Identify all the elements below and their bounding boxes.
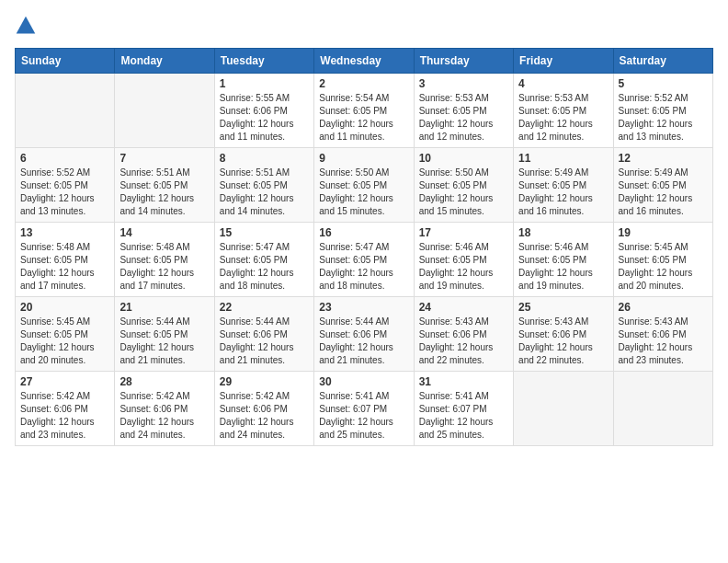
calendar-cell: 12Sunrise: 5:49 AM Sunset: 6:05 PM Dayli… <box>613 148 712 223</box>
day-info: Sunrise: 5:54 AM Sunset: 6:05 PM Dayligh… <box>319 92 408 144</box>
calendar-cell: 11Sunrise: 5:49 AM Sunset: 6:05 PM Dayli… <box>514 148 613 223</box>
calendar-cell: 20Sunrise: 5:45 AM Sunset: 6:05 PM Dayli… <box>16 297 115 372</box>
calendar-cell: 18Sunrise: 5:46 AM Sunset: 6:05 PM Dayli… <box>514 223 613 297</box>
day-number: 18 <box>518 226 608 239</box>
day-info: Sunrise: 5:43 AM Sunset: 6:06 PM Dayligh… <box>619 316 708 367</box>
day-info: Sunrise: 5:47 AM Sunset: 6:05 PM Dayligh… <box>319 241 408 293</box>
day-info: Sunrise: 5:47 AM Sunset: 6:05 PM Dayligh… <box>220 241 309 293</box>
calendar-week-row: 13Sunrise: 5:48 AM Sunset: 6:05 PM Dayli… <box>16 223 713 297</box>
calendar-cell: 2Sunrise: 5:54 AM Sunset: 6:05 PM Daylig… <box>314 74 414 148</box>
calendar-cell: 26Sunrise: 5:43 AM Sunset: 6:06 PM Dayli… <box>613 297 712 372</box>
weekday-header: Thursday <box>414 49 513 74</box>
day-info: Sunrise: 5:43 AM Sunset: 6:06 PM Dayligh… <box>518 316 608 367</box>
calendar-week-row: 27Sunrise: 5:42 AM Sunset: 6:06 PM Dayli… <box>16 372 713 446</box>
weekday-header: Sunday <box>16 49 115 74</box>
day-info: Sunrise: 5:44 AM Sunset: 6:06 PM Dayligh… <box>319 316 408 367</box>
day-number: 3 <box>419 77 508 90</box>
calendar-week-row: 1Sunrise: 5:55 AM Sunset: 6:06 PM Daylig… <box>16 74 713 148</box>
day-info: Sunrise: 5:48 AM Sunset: 6:05 PM Dayligh… <box>119 241 209 293</box>
day-info: Sunrise: 5:42 AM Sunset: 6:06 PM Dayligh… <box>119 390 209 442</box>
calendar-cell: 7Sunrise: 5:51 AM Sunset: 6:05 PM Daylig… <box>115 148 214 223</box>
day-info: Sunrise: 5:46 AM Sunset: 6:05 PM Dayligh… <box>518 241 608 293</box>
calendar-cell <box>613 372 712 446</box>
day-info: Sunrise: 5:55 AM Sunset: 6:06 PM Dayligh… <box>220 92 309 144</box>
weekday-header: Friday <box>514 49 613 74</box>
calendar-cell <box>514 372 613 446</box>
logo <box>15 15 40 37</box>
day-info: Sunrise: 5:50 AM Sunset: 6:05 PM Dayligh… <box>319 167 408 218</box>
calendar-cell: 4Sunrise: 5:53 AM Sunset: 6:05 PM Daylig… <box>514 74 613 148</box>
weekday-header: Wednesday <box>314 49 414 74</box>
day-info: Sunrise: 5:41 AM Sunset: 6:07 PM Dayligh… <box>319 390 408 442</box>
day-number: 23 <box>319 301 408 314</box>
calendar-cell: 27Sunrise: 5:42 AM Sunset: 6:06 PM Dayli… <box>16 372 115 446</box>
calendar-cell: 15Sunrise: 5:47 AM Sunset: 6:05 PM Dayli… <box>214 223 313 297</box>
day-number: 14 <box>119 226 209 239</box>
calendar-cell: 24Sunrise: 5:43 AM Sunset: 6:06 PM Dayli… <box>414 297 513 372</box>
day-info: Sunrise: 5:45 AM Sunset: 6:05 PM Dayligh… <box>619 241 708 293</box>
calendar-cell: 31Sunrise: 5:41 AM Sunset: 6:07 PM Dayli… <box>414 372 513 446</box>
weekday-header: Monday <box>115 49 214 74</box>
day-number: 25 <box>518 301 608 314</box>
day-info: Sunrise: 5:45 AM Sunset: 6:05 PM Dayligh… <box>20 316 109 367</box>
day-number: 10 <box>419 152 508 165</box>
calendar-cell <box>115 74 214 148</box>
day-info: Sunrise: 5:49 AM Sunset: 6:05 PM Dayligh… <box>619 167 708 218</box>
calendar-cell: 8Sunrise: 5:51 AM Sunset: 6:05 PM Daylig… <box>214 148 313 223</box>
day-info: Sunrise: 5:52 AM Sunset: 6:05 PM Dayligh… <box>619 92 708 144</box>
day-info: Sunrise: 5:44 AM Sunset: 6:06 PM Dayligh… <box>220 316 309 367</box>
day-number: 8 <box>220 152 309 165</box>
calendar-cell: 19Sunrise: 5:45 AM Sunset: 6:05 PM Dayli… <box>613 223 712 297</box>
calendar-cell: 25Sunrise: 5:43 AM Sunset: 6:06 PM Dayli… <box>514 297 613 372</box>
calendar-cell: 9Sunrise: 5:50 AM Sunset: 6:05 PM Daylig… <box>314 148 414 223</box>
day-number: 19 <box>619 226 708 239</box>
calendar-cell <box>16 74 115 148</box>
day-number: 21 <box>119 301 209 314</box>
calendar-cell: 13Sunrise: 5:48 AM Sunset: 6:05 PM Dayli… <box>16 223 115 297</box>
day-number: 1 <box>220 77 309 90</box>
day-info: Sunrise: 5:50 AM Sunset: 6:05 PM Dayligh… <box>419 167 508 218</box>
day-info: Sunrise: 5:41 AM Sunset: 6:07 PM Dayligh… <box>419 390 508 442</box>
calendar-cell: 6Sunrise: 5:52 AM Sunset: 6:05 PM Daylig… <box>16 148 115 223</box>
day-info: Sunrise: 5:42 AM Sunset: 6:06 PM Dayligh… <box>20 390 109 442</box>
day-number: 9 <box>319 152 408 165</box>
calendar-cell: 22Sunrise: 5:44 AM Sunset: 6:06 PM Dayli… <box>214 297 313 372</box>
calendar-cell: 30Sunrise: 5:41 AM Sunset: 6:07 PM Dayli… <box>314 372 414 446</box>
day-number: 24 <box>419 301 508 314</box>
day-number: 28 <box>119 375 209 388</box>
day-info: Sunrise: 5:48 AM Sunset: 6:05 PM Dayligh… <box>20 241 109 293</box>
day-number: 11 <box>518 152 608 165</box>
day-info: Sunrise: 5:52 AM Sunset: 6:05 PM Dayligh… <box>20 167 109 218</box>
day-info: Sunrise: 5:51 AM Sunset: 6:05 PM Dayligh… <box>220 167 309 218</box>
day-number: 5 <box>619 77 708 90</box>
day-number: 15 <box>220 226 309 239</box>
day-number: 16 <box>319 226 408 239</box>
day-number: 20 <box>20 301 109 314</box>
svg-marker-0 <box>17 17 36 34</box>
day-number: 7 <box>119 152 209 165</box>
calendar-cell: 1Sunrise: 5:55 AM Sunset: 6:06 PM Daylig… <box>214 74 313 148</box>
day-number: 12 <box>619 152 708 165</box>
calendar-cell: 28Sunrise: 5:42 AM Sunset: 6:06 PM Dayli… <box>115 372 214 446</box>
calendar-cell: 23Sunrise: 5:44 AM Sunset: 6:06 PM Dayli… <box>314 297 414 372</box>
calendar-cell: 14Sunrise: 5:48 AM Sunset: 6:05 PM Dayli… <box>115 223 214 297</box>
calendar-week-row: 20Sunrise: 5:45 AM Sunset: 6:05 PM Dayli… <box>16 297 713 372</box>
calendar-header-row: SundayMondayTuesdayWednesdayThursdayFrid… <box>16 49 713 74</box>
day-number: 27 <box>20 375 109 388</box>
calendar-cell: 10Sunrise: 5:50 AM Sunset: 6:05 PM Dayli… <box>414 148 513 223</box>
calendar-cell: 16Sunrise: 5:47 AM Sunset: 6:05 PM Dayli… <box>314 223 414 297</box>
page-header <box>15 15 713 37</box>
calendar-cell: 5Sunrise: 5:52 AM Sunset: 6:05 PM Daylig… <box>613 74 712 148</box>
day-number: 29 <box>220 375 309 388</box>
day-info: Sunrise: 5:43 AM Sunset: 6:06 PM Dayligh… <box>419 316 508 367</box>
day-info: Sunrise: 5:51 AM Sunset: 6:05 PM Dayligh… <box>119 167 209 218</box>
logo-icon <box>15 15 37 37</box>
calendar-week-row: 6Sunrise: 5:52 AM Sunset: 6:05 PM Daylig… <box>16 148 713 223</box>
day-info: Sunrise: 5:53 AM Sunset: 6:05 PM Dayligh… <box>419 92 508 144</box>
day-number: 4 <box>518 77 608 90</box>
calendar-cell: 21Sunrise: 5:44 AM Sunset: 6:05 PM Dayli… <box>115 297 214 372</box>
day-info: Sunrise: 5:42 AM Sunset: 6:06 PM Dayligh… <box>220 390 309 442</box>
day-info: Sunrise: 5:46 AM Sunset: 6:05 PM Dayligh… <box>419 241 508 293</box>
calendar-cell: 3Sunrise: 5:53 AM Sunset: 6:05 PM Daylig… <box>414 74 513 148</box>
calendar: SundayMondayTuesdayWednesdayThursdayFrid… <box>15 48 713 446</box>
